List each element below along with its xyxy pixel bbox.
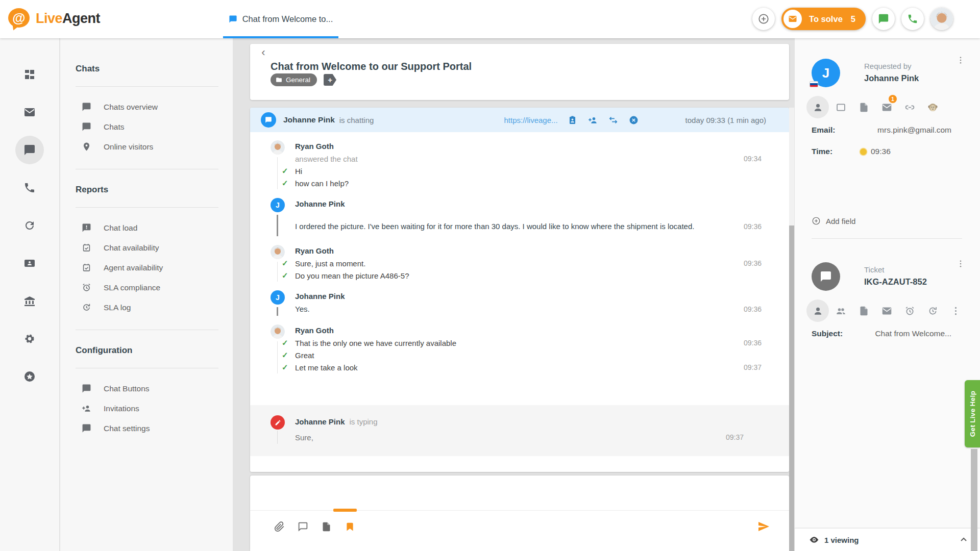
rail-item-dashboard[interactable]	[23, 68, 36, 81]
back-button[interactable]: ‹	[257, 46, 270, 58]
requester-tab-tickets[interactable]: 1	[880, 101, 893, 113]
new-ticket-button[interactable]	[752, 8, 775, 30]
add-field-button[interactable]: Add field	[812, 216, 962, 226]
chevron-up-icon[interactable]	[959, 535, 969, 545]
rail-item-gamification[interactable]	[23, 370, 36, 383]
chat-icon	[878, 13, 889, 24]
message-author: Ryan Goth	[295, 245, 762, 257]
local-time-icon	[860, 148, 867, 155]
user-avatar[interactable]	[930, 8, 953, 30]
requester-tab-browser[interactable]	[835, 101, 847, 113]
visitor-page-link[interactable]: https://liveage...	[504, 116, 558, 124]
department-tag[interactable]: General	[271, 73, 317, 86]
chats-status-button[interactable]	[872, 8, 895, 30]
message-list: Ryan Goth answered the chat09:34 ✓Hi ✓ho…	[250, 132, 789, 398]
agent-avatar	[271, 140, 285, 155]
visitor-status: is chatting	[339, 116, 374, 124]
ticket-tab-history[interactable]	[926, 305, 939, 317]
requester-menu-button[interactable]	[956, 56, 965, 65]
sidebar-item-invitations[interactable]: Invitations	[76, 398, 218, 418]
ticket-tab-mail[interactable]	[880, 305, 893, 317]
rail-item-automation[interactable]	[23, 219, 36, 232]
plus-icon	[758, 13, 769, 24]
sidebar-item-chats-overview[interactable]: Chats overview	[76, 97, 218, 117]
time-field-row: Time: 09:36	[812, 147, 962, 156]
chat-started-time: today 09:33 (1 min ago)	[685, 116, 766, 124]
tag-row: General +	[271, 73, 336, 86]
customer-avatar: J	[271, 198, 285, 212]
bookmark-icon[interactable]	[345, 521, 355, 532]
calendar-check-icon	[82, 243, 91, 253]
delivered-check-icon: ✓	[282, 363, 295, 372]
rail-item-calls[interactable]	[23, 182, 36, 194]
rail-item-billing[interactable]	[23, 295, 36, 307]
nav-list-chats: Chats overview Chats Online visitors	[76, 97, 218, 157]
message-meta: answered the chat	[295, 155, 358, 163]
rail-item-settings[interactable]	[23, 333, 36, 345]
sidebar-item-sla-compliance[interactable]: SLA compliance	[76, 278, 218, 297]
invite-agent-icon[interactable]	[588, 115, 598, 125]
nav-label: SLA log	[104, 303, 131, 312]
nav-section-title-reports: Reports	[76, 185, 218, 195]
person-add-icon	[82, 404, 91, 413]
folder-icon	[276, 77, 282, 83]
note-file-icon[interactable]	[321, 521, 332, 532]
rail-item-contacts[interactable]	[23, 257, 36, 269]
requester-tab-notes[interactable]	[857, 101, 870, 113]
calls-status-button[interactable]	[901, 8, 924, 30]
ticket-tab-details[interactable]	[812, 305, 824, 317]
banner-actions	[568, 115, 639, 125]
visitor-details-icon[interactable]	[568, 115, 577, 125]
email-value: mrs.pink@gmail.com	[877, 126, 951, 135]
to-solve-count: 5	[851, 14, 855, 24]
delivered-check-icon: ✓	[282, 179, 295, 188]
sidebar-item-sla-log[interactable]: SLA log	[76, 297, 218, 317]
viewing-bar[interactable]: 1 viewing	[795, 528, 980, 551]
send-button[interactable]	[757, 520, 770, 533]
ticket-tab-sla[interactable]	[903, 305, 916, 317]
person-icon	[813, 102, 823, 113]
ticket-menu-button[interactable]	[956, 259, 965, 268]
requester-tab-mailchimp[interactable]	[926, 101, 939, 113]
ticket-tab-participants[interactable]	[835, 305, 847, 317]
message-text: That is the only one we have currently a…	[295, 339, 456, 347]
add-tag-button[interactable]: +	[324, 74, 336, 86]
sidebar-item-chat-availability[interactable]: Chat availability	[76, 238, 218, 258]
file-icon	[859, 306, 869, 316]
rail-item-chats[interactable]	[23, 144, 36, 156]
chat-scrollbar-thumb[interactable]	[789, 226, 794, 551]
sidebar-item-chats[interactable]: Chats	[76, 117, 218, 137]
composer-input-area[interactable]	[250, 475, 789, 511]
to-solve-button[interactable]: To solve 5	[781, 8, 866, 30]
nav-label: Chat settings	[104, 424, 150, 433]
attachment-icon[interactable]	[274, 521, 285, 532]
ticket-tab-notes[interactable]	[857, 305, 870, 317]
requester-tab-related[interactable]	[903, 101, 916, 113]
message-text: Do you mean the picture A486-5?	[295, 271, 409, 280]
liveagent-logo[interactable]: @ LiveAgent	[7, 7, 100, 30]
transfer-chat-icon[interactable]	[608, 115, 618, 125]
active-tab-underline	[223, 36, 338, 38]
message-text: how can I help?	[295, 179, 349, 188]
requester-tab-profile[interactable]	[812, 101, 824, 113]
sidebar-item-chat-load[interactable]: Chat load	[76, 218, 218, 238]
get-live-help-tab[interactable]: Get Live Help	[965, 380, 980, 447]
visitor-chat-avatar	[261, 112, 276, 128]
window-scrollbar-thumb[interactable]	[971, 449, 977, 551]
sidebar-item-chat-settings[interactable]: Chat settings	[76, 418, 218, 438]
message-author: Ryan Goth	[295, 324, 762, 337]
canned-message-icon[interactable]	[298, 521, 308, 532]
sidebar-item-agent-availability[interactable]: Agent availability	[76, 258, 218, 278]
sidebar-item-chat-buttons[interactable]: Chat Buttons	[76, 379, 218, 398]
requester-tabs: 1	[812, 101, 962, 113]
chat-icon	[820, 270, 832, 283]
contact-card-icon	[23, 257, 36, 269]
close-chat-icon[interactable]	[629, 115, 639, 125]
tab-chat-from-welcome[interactable]: Chat from Welcome to...	[223, 0, 338, 38]
sidebar-item-online-visitors[interactable]: Online visitors	[76, 137, 218, 157]
delivered-check-icon: ✓	[282, 338, 295, 347]
rail-item-tickets[interactable]	[23, 106, 36, 118]
ticket-tab-more[interactable]	[949, 305, 962, 317]
chat-scrollbar[interactable]	[789, 108, 794, 551]
message-text: Great	[295, 351, 314, 360]
